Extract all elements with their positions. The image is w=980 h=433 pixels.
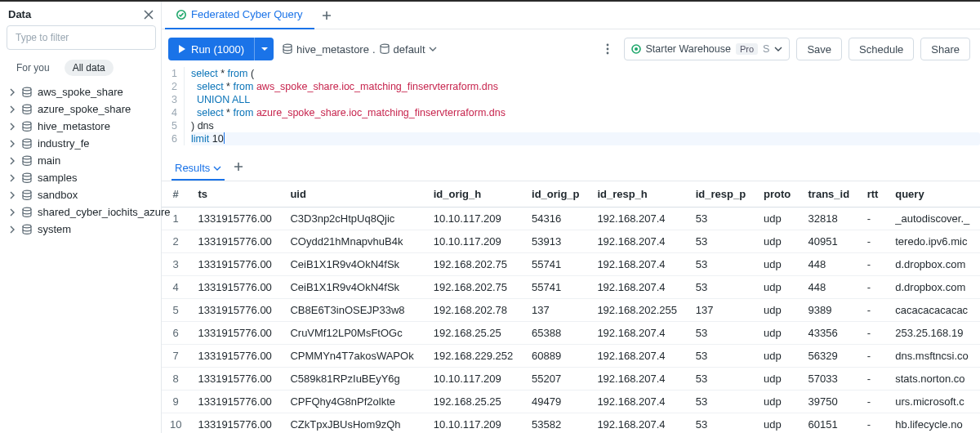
run-button[interactable]: Run (1000): [168, 38, 254, 60]
table-row[interactable]: 61331915776.00CruVMf12LP0MsFtOGc192.168.…: [162, 322, 980, 345]
column-header[interactable]: rtt: [859, 181, 888, 208]
scope-for-you[interactable]: For you: [8, 60, 58, 76]
database-icon: [21, 155, 33, 167]
schema-name: default: [394, 43, 425, 56]
more-options-button[interactable]: [598, 39, 617, 59]
cell: 192.168.202.75: [425, 276, 523, 299]
column-header[interactable]: uid: [282, 181, 425, 208]
table-row[interactable]: 51331915776.00CB8E6T3inOSEJP33w8192.168.…: [162, 299, 980, 322]
close-icon[interactable]: [143, 9, 154, 20]
cell: -: [859, 368, 888, 391]
cell: -: [859, 322, 888, 345]
cell: 39750: [800, 391, 859, 413]
column-header[interactable]: proto: [755, 181, 800, 208]
sidebar-item[interactable]: shared_cyber_iochits_azure: [7, 204, 156, 220]
cell: hb.lifecycle.no: [887, 413, 980, 434]
column-header[interactable]: id_resp_h: [589, 181, 687, 208]
schedule-button[interactable]: Schedule: [849, 38, 914, 60]
cell: _autodiscover._: [887, 208, 980, 230]
column-header[interactable]: query: [887, 181, 980, 208]
database-icon: [21, 207, 33, 218]
sidebar-item[interactable]: hive_metastore: [7, 118, 156, 134]
cell: CruVMf12LP0MsFtOGc: [282, 322, 425, 345]
table-row[interactable]: 11331915776.00C3D3np2cHtpUq8Qjic10.10.11…: [162, 208, 980, 230]
cell: 192.168.207.4: [589, 253, 687, 276]
sidebar-item[interactable]: main: [7, 153, 156, 168]
results-tab[interactable]: Results: [172, 157, 225, 181]
editor-gutter: 123456: [162, 67, 185, 145]
column-header[interactable]: id_orig_p: [523, 181, 589, 208]
cell: 5: [162, 299, 189, 322]
sidebar-item[interactable]: aws_spoke_share: [7, 84, 156, 100]
svg-point-2: [23, 122, 31, 125]
tab-federated-cyber-query[interactable]: Federated Cyber Query: [165, 2, 314, 29]
table-row[interactable]: 81331915776.00C589k81RPzIuBEyY6g10.10.11…: [162, 368, 980, 391]
scope-all-data[interactable]: All data: [65, 60, 114, 76]
new-tab-button[interactable]: [314, 10, 339, 21]
table-row[interactable]: 31331915776.00CeiB1X1R9v4OkN4fSk192.168.…: [162, 253, 980, 276]
cell: 192.168.207.4: [589, 208, 687, 230]
add-visualization-button[interactable]: [233, 161, 244, 176]
cell: 192.168.207.4: [589, 391, 687, 413]
column-header[interactable]: id_resp_p: [688, 181, 755, 208]
sidebar-item-label: azure_spoke_share: [38, 103, 131, 115]
cell: 57033: [800, 368, 859, 391]
column-header[interactable]: trans_id: [800, 181, 859, 208]
cell: CPFQhy4G8nPf2olkte: [282, 391, 425, 413]
cell: 192.168.207.4: [589, 368, 687, 391]
cell: 7: [162, 345, 189, 368]
cell: 54316: [523, 208, 589, 230]
cell: 1331915776.00: [189, 345, 282, 368]
save-button[interactable]: Save: [796, 38, 842, 60]
cell: d.dropbox.com: [887, 253, 980, 276]
catalog-selector[interactable]: hive_metastore: [282, 43, 369, 56]
sidebar-item-label: shared_cyber_iochits_azure: [38, 206, 171, 218]
share-button[interactable]: Share: [920, 38, 970, 60]
cell: 192.168.202.78: [425, 299, 523, 322]
cell: 3: [162, 253, 189, 276]
cell: -: [859, 299, 888, 322]
cell: 192.168.202.255: [589, 299, 687, 322]
sql-editor[interactable]: 123456 select * from ( select * from aws…: [162, 67, 980, 152]
table-row[interactable]: 71331915776.00CPMMYn4T7akosWAPOk192.168.…: [162, 345, 980, 368]
sidebar-item-label: industry_fe: [38, 137, 90, 150]
cell: CeiB1X1R9v4OkN4fSk: [282, 276, 425, 299]
cell: 10.10.117.209: [425, 368, 523, 391]
sidebar-item[interactable]: sandbox: [7, 187, 156, 203]
svg-point-11: [381, 44, 389, 47]
sidebar-item[interactable]: industry_fe: [7, 136, 156, 151]
table-row[interactable]: 21331915776.00COydd21hMnapvhuB4k10.10.11…: [162, 230, 980, 253]
results-table-wrapper[interactable]: #tsuidid_orig_hid_orig_pid_resp_hid_resp…: [162, 181, 980, 433]
column-header[interactable]: ts: [189, 181, 282, 208]
filter-input[interactable]: [7, 25, 156, 50]
sidebar-item[interactable]: samples: [7, 170, 156, 185]
table-row[interactable]: 41331915776.00CeiB1X1R9v4OkN4fSk192.168.…: [162, 276, 980, 299]
chevron-right-icon: [8, 208, 16, 216]
sidebar-item[interactable]: system: [7, 221, 156, 237]
run-options-button[interactable]: [254, 38, 274, 60]
cell: 448: [800, 276, 859, 299]
cell: -: [859, 391, 888, 413]
cell: udp: [755, 368, 800, 391]
chevron-down-icon: [213, 164, 221, 172]
column-header[interactable]: id_orig_h: [425, 181, 523, 208]
table-row[interactable]: 101331915776.00CZkTpxJBUsHom9zQh10.10.11…: [162, 413, 980, 434]
cell: 53: [688, 391, 755, 413]
cell: 192.168.229.252: [425, 345, 523, 368]
catalog-name: hive_metastore: [296, 43, 369, 56]
warehouse-selector[interactable]: Starter Warehouse Pro S: [624, 38, 791, 60]
cell: 1331915776.00: [189, 299, 282, 322]
schema-selector[interactable]: default: [379, 43, 437, 56]
chevron-right-icon: [8, 88, 16, 96]
cell: 60889: [523, 345, 589, 368]
sidebar-item[interactable]: azure_spoke_share: [7, 101, 156, 117]
cell: 53: [688, 208, 755, 230]
warehouse-tier: Pro: [736, 43, 758, 55]
svg-point-13: [606, 48, 608, 51]
editor-code[interactable]: select * from ( select * from aws_spoke_…: [185, 67, 980, 145]
cell: 137: [688, 299, 755, 322]
cell: 49479: [523, 391, 589, 413]
column-header[interactable]: #: [162, 181, 189, 208]
warehouse-size: S: [763, 43, 769, 55]
table-row[interactable]: 91331915776.00CPFQhy4G8nPf2olkte192.168.…: [162, 391, 980, 413]
